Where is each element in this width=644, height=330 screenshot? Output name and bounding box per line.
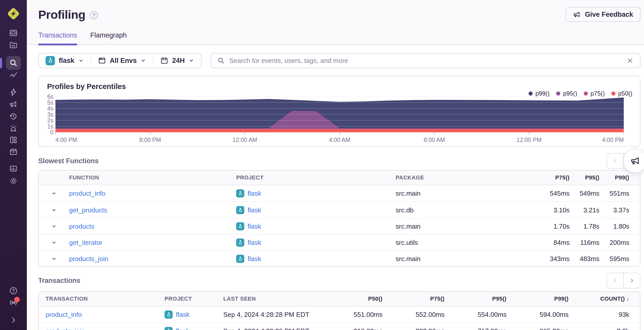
environment-filter[interactable]: All Envs [91,57,153,65]
sidebar-item-settings[interactable] [6,174,21,188]
x-axis-tick [434,132,435,135]
percentiles-chart-svg [55,97,624,132]
function-link[interactable]: get_iterator [69,239,103,246]
flask-project-icon [236,255,244,263]
sidebar-item-stats[interactable] [6,162,21,176]
project-filter[interactable]: flask [39,56,91,65]
page-filter-bar: flask All Envs 24H [38,53,202,68]
sentry-logo[interactable] [5,6,22,22]
expand-row-button[interactable] [39,202,69,218]
project-link[interactable]: flask [176,311,189,319]
p99-cell: 551ms [599,190,629,197]
expand-row-button[interactable] [39,185,69,201]
count-cell: 93k [569,311,629,319]
transaction-link[interactable]: products_join [46,327,85,330]
page-content: flask All Envs 24H [27,53,644,330]
project-link[interactable]: flask [248,239,261,247]
project-link[interactable]: flask [248,190,261,197]
project-link[interactable]: flask [248,206,261,214]
sidebar-collapse-button[interactable] [6,313,21,327]
p75-cell: 84ms [540,239,570,247]
tab-flamegraph[interactable]: Flamegraph [90,31,127,44]
table-row: product_infoflasksrc.main545ms549ms551ms [39,185,640,201]
legend-item[interactable]: p99() [529,90,550,97]
percentiles-chart[interactable]: 4:00 PM8:00 PM12:00 AM4:00 AM8:00 AM12:0… [55,97,624,132]
sidebar-item-explore[interactable] [6,56,21,70]
prev-page-button[interactable] [607,153,624,169]
flask-project-icon [236,239,244,247]
sidebar-item-whats-new[interactable] [6,296,21,309]
expand-row-button[interactable] [39,251,69,267]
y-axis-label: 3s [40,111,53,118]
package-cell: src.main [396,255,540,263]
transaction-link[interactable]: product_info [46,311,82,318]
flask-project-icon [165,310,173,319]
search-icon [9,59,18,67]
expand-row-button[interactable] [39,218,69,234]
project-link[interactable]: flask [248,255,261,263]
sidebar-item-user-feedback[interactable] [6,97,21,111]
p99-cell: 200ms [599,239,629,247]
sidebar-item-traces[interactable] [6,68,21,82]
project-link[interactable]: flask [176,327,189,330]
tab-transactions[interactable]: Transactions [38,31,77,44]
sidebar-item-replays[interactable] [6,109,21,123]
column-header: P50() [319,296,383,302]
date-range-filter[interactable]: 24H [153,57,201,65]
flask-project-icon [236,189,244,197]
function-link[interactable]: products [69,223,94,230]
chevron-down-icon [78,58,84,63]
function-link[interactable]: products_join [69,255,108,263]
sidebar-item-issues[interactable] [6,26,21,40]
transactions-pager [607,273,640,288]
close-icon[interactable] [626,57,634,64]
legend-item[interactable]: p50() [611,90,632,97]
x-axis-label: 4:00 PM [602,137,624,143]
sidebar-item-help[interactable] [6,284,21,298]
y-axis-label: 4s [40,105,53,112]
p95-cell: 1.78s [570,223,599,230]
p99-cell: 3.37s [599,206,629,214]
x-axis-label: 8:00 PM [139,137,161,143]
p75-cell: 1.70s [540,223,570,230]
package-cell: src.main [396,223,540,230]
sidebar-item-releases[interactable] [6,145,21,158]
x-axis-tick [245,132,245,135]
column-header: FUNCTION [69,174,236,181]
legend-dot [584,91,588,96]
give-feedback-button[interactable]: Give Feedback [566,7,640,22]
column-header: P99() [507,296,569,302]
y-axis-label: 0 [40,129,53,136]
sidebar-item-boost[interactable] [6,85,21,99]
p99-cell: 594.00ms [507,311,569,319]
next-page-button[interactable] [623,273,640,288]
legend-item[interactable]: p95() [556,90,577,97]
expand-row-button[interactable] [39,234,69,251]
sidebar-item-projects[interactable] [6,38,21,52]
flask-project-icon [236,222,244,230]
window-icon [98,57,106,65]
project-link[interactable]: flask [248,223,261,230]
notification-badge [14,297,20,302]
chart-legend: p99()p95()p75()p50() [529,90,632,97]
p50-cell: 551.00ms [319,311,383,319]
profiles-by-percentiles-panel: Profiles by Percentiles p99()p95()p75()p… [38,76,640,147]
function-link[interactable]: product_info [69,190,105,197]
column-header: P99() [599,174,629,181]
slowest-functions-header: Slowest Functions [38,153,640,169]
function-link[interactable]: get_products [69,206,107,214]
p95-cell: 116ms [570,239,599,247]
megaphone-icon [573,10,581,19]
column-header: P95() [570,174,599,181]
package-cell: src.utils [396,239,540,247]
dashboards-icon [9,136,18,144]
column-header[interactable]: COUNT()↓ [569,296,629,302]
x-axis-tick [150,132,150,135]
search-input[interactable] [229,57,622,65]
page-help-icon[interactable]: ? [90,11,98,19]
x-axis-tick [55,132,56,135]
prev-page-button[interactable] [607,273,624,288]
legend-item[interactable]: p75() [584,90,605,97]
package-cell: src.db [396,206,540,214]
column-header: P75() [383,296,445,302]
